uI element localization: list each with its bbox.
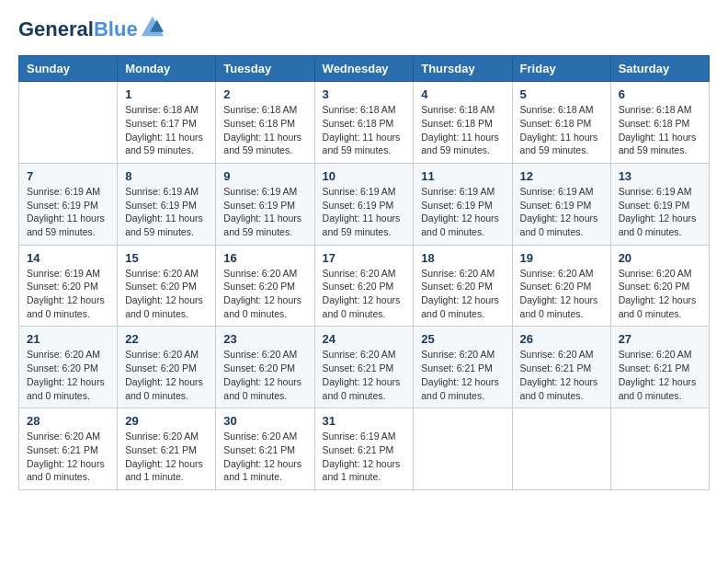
calendar-week-2: 7Sunrise: 6:19 AM Sunset: 6:19 PM Daylig… <box>19 163 710 245</box>
calendar-cell: 17Sunrise: 6:20 AM Sunset: 6:20 PM Dayli… <box>314 245 414 327</box>
day-number: 12 <box>520 169 603 183</box>
calendar-cell <box>19 82 118 164</box>
calendar-cell: 25Sunrise: 6:20 AM Sunset: 6:21 PM Dayli… <box>414 327 512 408</box>
day-info: Sunrise: 6:19 AM Sunset: 6:19 PM Dayligh… <box>125 185 208 239</box>
calendar-cell: 21Sunrise: 6:20 AM Sunset: 6:20 PM Dayli… <box>19 327 118 408</box>
day-number: 14 <box>27 251 109 265</box>
day-info: Sunrise: 6:20 AM Sunset: 6:21 PM Dayligh… <box>520 348 603 402</box>
day-number: 10 <box>323 169 406 183</box>
calendar-week-4: 21Sunrise: 6:20 AM Sunset: 6:20 PM Dayli… <box>19 327 710 408</box>
calendar-cell: 18Sunrise: 6:20 AM Sunset: 6:20 PM Dayli… <box>414 245 512 327</box>
logo: GeneralBlue <box>18 18 165 40</box>
day-info: Sunrise: 6:18 AM Sunset: 6:18 PM Dayligh… <box>520 103 603 157</box>
day-number: 3 <box>323 87 406 101</box>
day-info: Sunrise: 6:20 AM Sunset: 6:20 PM Dayligh… <box>125 267 208 321</box>
calendar-cell: 1Sunrise: 6:18 AM Sunset: 6:17 PM Daylig… <box>118 82 216 164</box>
day-number: 19 <box>520 251 603 265</box>
calendar-header-row: SundayMondayTuesdayWednesdayThursdayFrid… <box>19 56 710 82</box>
day-number: 21 <box>27 332 109 346</box>
day-info: Sunrise: 6:20 AM Sunset: 6:20 PM Dayligh… <box>520 267 603 321</box>
calendar-cell: 20Sunrise: 6:20 AM Sunset: 6:20 PM Dayli… <box>610 245 709 327</box>
day-number: 31 <box>323 414 406 428</box>
day-number: 26 <box>520 332 603 346</box>
day-info: Sunrise: 6:20 AM Sunset: 6:21 PM Dayligh… <box>125 430 208 484</box>
day-number: 24 <box>323 332 406 346</box>
day-number: 8 <box>125 169 208 183</box>
day-number: 5 <box>520 87 603 101</box>
calendar-cell <box>414 408 512 490</box>
calendar-cell: 27Sunrise: 6:20 AM Sunset: 6:21 PM Dayli… <box>610 327 709 408</box>
calendar-cell: 10Sunrise: 6:19 AM Sunset: 6:19 PM Dayli… <box>314 163 414 245</box>
day-number: 23 <box>223 332 306 346</box>
day-number: 18 <box>421 251 504 265</box>
day-info: Sunrise: 6:19 AM Sunset: 6:19 PM Dayligh… <box>323 185 406 239</box>
calendar-cell: 22Sunrise: 6:20 AM Sunset: 6:20 PM Dayli… <box>118 327 216 408</box>
day-number: 27 <box>619 332 701 346</box>
day-info: Sunrise: 6:18 AM Sunset: 6:18 PM Dayligh… <box>223 103 306 157</box>
logo-text: GeneralBlue <box>18 18 138 40</box>
calendar-cell <box>512 408 610 490</box>
calendar-cell: 19Sunrise: 6:20 AM Sunset: 6:20 PM Dayli… <box>512 245 610 327</box>
page-header: GeneralBlue <box>18 18 710 40</box>
calendar-cell: 11Sunrise: 6:19 AM Sunset: 6:19 PM Dayli… <box>414 163 512 245</box>
day-number: 2 <box>223 87 306 101</box>
day-number: 6 <box>619 87 701 101</box>
calendar-cell: 14Sunrise: 6:19 AM Sunset: 6:20 PM Dayli… <box>19 245 118 327</box>
column-header-tuesday: Tuesday <box>216 56 314 82</box>
calendar-cell: 8Sunrise: 6:19 AM Sunset: 6:19 PM Daylig… <box>118 163 216 245</box>
day-number: 29 <box>125 414 208 428</box>
day-info: Sunrise: 6:20 AM Sunset: 6:20 PM Dayligh… <box>125 348 208 402</box>
calendar-cell: 23Sunrise: 6:20 AM Sunset: 6:20 PM Dayli… <box>216 327 314 408</box>
column-header-sunday: Sunday <box>19 56 118 82</box>
calendar-week-1: 1Sunrise: 6:18 AM Sunset: 6:17 PM Daylig… <box>19 82 710 164</box>
column-header-friday: Friday <box>512 56 610 82</box>
day-info: Sunrise: 6:20 AM Sunset: 6:20 PM Dayligh… <box>27 348 109 402</box>
day-info: Sunrise: 6:19 AM Sunset: 6:19 PM Dayligh… <box>421 185 504 239</box>
calendar-cell: 7Sunrise: 6:19 AM Sunset: 6:19 PM Daylig… <box>19 163 118 245</box>
day-info: Sunrise: 6:20 AM Sunset: 6:20 PM Dayligh… <box>619 267 701 321</box>
day-info: Sunrise: 6:19 AM Sunset: 6:19 PM Dayligh… <box>619 185 701 239</box>
day-number: 11 <box>421 169 504 183</box>
calendar-cell: 4Sunrise: 6:18 AM Sunset: 6:18 PM Daylig… <box>414 82 512 164</box>
calendar-week-3: 14Sunrise: 6:19 AM Sunset: 6:20 PM Dayli… <box>19 245 710 327</box>
calendar-cell: 15Sunrise: 6:20 AM Sunset: 6:20 PM Dayli… <box>118 245 216 327</box>
day-number: 15 <box>125 251 208 265</box>
day-info: Sunrise: 6:19 AM Sunset: 6:19 PM Dayligh… <box>223 185 306 239</box>
calendar-cell: 9Sunrise: 6:19 AM Sunset: 6:19 PM Daylig… <box>216 163 314 245</box>
day-info: Sunrise: 6:20 AM Sunset: 6:21 PM Dayligh… <box>421 348 504 402</box>
day-number: 20 <box>619 251 701 265</box>
calendar-cell: 30Sunrise: 6:20 AM Sunset: 6:21 PM Dayli… <box>216 408 314 490</box>
calendar-cell: 31Sunrise: 6:19 AM Sunset: 6:21 PM Dayli… <box>314 408 414 490</box>
calendar-cell: 6Sunrise: 6:18 AM Sunset: 6:18 PM Daylig… <box>610 82 709 164</box>
day-info: Sunrise: 6:18 AM Sunset: 6:18 PM Dayligh… <box>323 103 406 157</box>
day-number: 4 <box>421 87 504 101</box>
day-info: Sunrise: 6:18 AM Sunset: 6:17 PM Dayligh… <box>125 103 208 157</box>
day-info: Sunrise: 6:19 AM Sunset: 6:20 PM Dayligh… <box>27 267 109 321</box>
day-info: Sunrise: 6:20 AM Sunset: 6:20 PM Dayligh… <box>323 267 406 321</box>
calendar-table: SundayMondayTuesdayWednesdayThursdayFrid… <box>18 55 710 490</box>
day-info: Sunrise: 6:19 AM Sunset: 6:19 PM Dayligh… <box>520 185 603 239</box>
calendar-cell: 2Sunrise: 6:18 AM Sunset: 6:18 PM Daylig… <box>216 82 314 164</box>
calendar-cell: 5Sunrise: 6:18 AM Sunset: 6:18 PM Daylig… <box>512 82 610 164</box>
day-number: 30 <box>223 414 306 428</box>
column-header-wednesday: Wednesday <box>314 56 414 82</box>
calendar-cell: 13Sunrise: 6:19 AM Sunset: 6:19 PM Dayli… <box>610 163 709 245</box>
column-header-monday: Monday <box>118 56 216 82</box>
day-number: 16 <box>223 251 306 265</box>
day-number: 28 <box>27 414 109 428</box>
calendar-cell: 12Sunrise: 6:19 AM Sunset: 6:19 PM Dayli… <box>512 163 610 245</box>
day-number: 13 <box>619 169 701 183</box>
calendar-cell: 28Sunrise: 6:20 AM Sunset: 6:21 PM Dayli… <box>19 408 118 490</box>
day-info: Sunrise: 6:20 AM Sunset: 6:20 PM Dayligh… <box>421 267 504 321</box>
day-number: 22 <box>125 332 208 346</box>
calendar-cell: 26Sunrise: 6:20 AM Sunset: 6:21 PM Dayli… <box>512 327 610 408</box>
logo-icon <box>140 15 165 40</box>
calendar-cell <box>610 408 709 490</box>
day-info: Sunrise: 6:19 AM Sunset: 6:19 PM Dayligh… <box>27 185 109 239</box>
day-info: Sunrise: 6:20 AM Sunset: 6:20 PM Dayligh… <box>223 348 306 402</box>
day-info: Sunrise: 6:19 AM Sunset: 6:21 PM Dayligh… <box>323 430 406 484</box>
day-info: Sunrise: 6:18 AM Sunset: 6:18 PM Dayligh… <box>421 103 504 157</box>
calendar-cell: 29Sunrise: 6:20 AM Sunset: 6:21 PM Dayli… <box>118 408 216 490</box>
day-number: 7 <box>27 169 109 183</box>
day-info: Sunrise: 6:20 AM Sunset: 6:21 PM Dayligh… <box>619 348 701 402</box>
